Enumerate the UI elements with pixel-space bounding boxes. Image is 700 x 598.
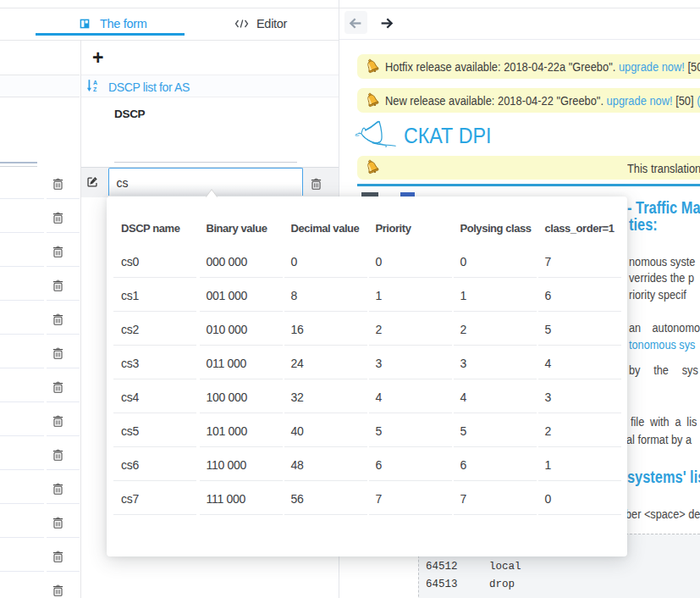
svg-text:Z: Z [93, 86, 97, 92]
svg-text:A: A [93, 80, 97, 86]
